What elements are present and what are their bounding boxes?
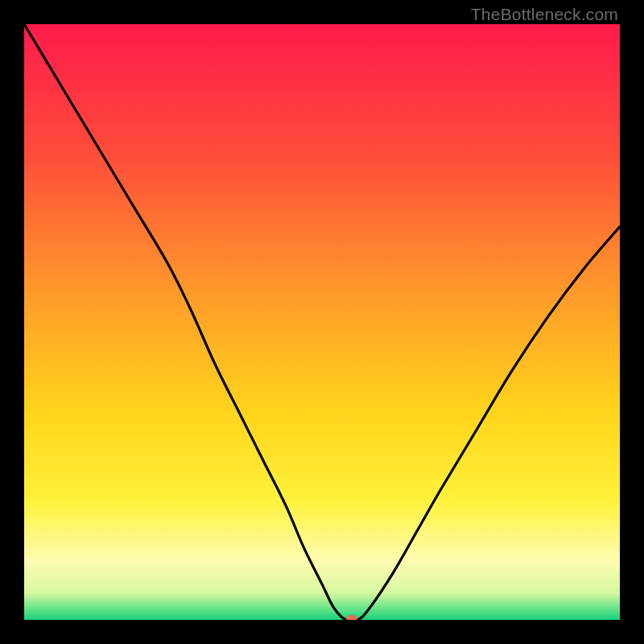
bottleneck-chart [24,24,620,620]
chart-frame: TheBottleneck.com [0,0,644,644]
chart-background [24,24,620,620]
watermark-text: TheBottleneck.com [471,5,618,24]
